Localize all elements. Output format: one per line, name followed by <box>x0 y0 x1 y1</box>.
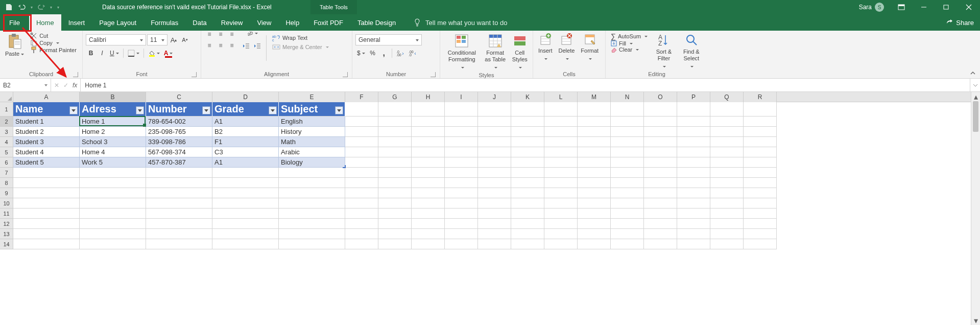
tab-insert[interactable]: Insert <box>61 14 92 31</box>
cell[interactable] <box>412 198 445 208</box>
column-header-A[interactable]: A <box>13 92 80 102</box>
cell[interactable] <box>578 102 611 117</box>
conditional-formatting-button[interactable]: Conditional Formatting <box>443 32 481 72</box>
column-header-E[interactable]: E <box>279 92 345 102</box>
cell[interactable] <box>478 208 511 219</box>
cell[interactable] <box>611 198 644 208</box>
scroll-thumb[interactable] <box>973 101 978 132</box>
number-launcher-icon[interactable] <box>431 72 436 77</box>
cell[interactable] <box>677 127 710 137</box>
cell[interactable] <box>710 127 744 137</box>
cell[interactable] <box>578 157 611 168</box>
cell[interactable] <box>412 178 445 188</box>
cell[interactable] <box>744 188 777 198</box>
cell[interactable] <box>212 168 279 178</box>
row-header[interactable]: 3 <box>0 127 13 137</box>
font-size-combo[interactable]: 11 <box>147 34 168 45</box>
tab-formulas[interactable]: Formulas <box>144 14 185 31</box>
cell[interactable] <box>744 178 777 188</box>
cell[interactable] <box>644 208 677 219</box>
cell[interactable] <box>744 239 777 249</box>
cell[interactable]: F1 <box>212 137 279 147</box>
cell[interactable] <box>511 239 544 249</box>
cell[interactable]: C3 <box>212 147 279 157</box>
row-header[interactable]: 4 <box>0 137 13 147</box>
format-as-table-button[interactable]: Format as Table <box>482 32 509 72</box>
cell[interactable]: Student 3 <box>13 137 80 147</box>
cell[interactable] <box>378 137 412 147</box>
fill-button[interactable]: Fill <box>609 40 650 47</box>
insert-cells-button[interactable]: Insert <box>536 32 555 63</box>
column-header-D[interactable]: D <box>212 92 279 102</box>
cell[interactable] <box>445 117 478 127</box>
cell[interactable] <box>578 137 611 147</box>
column-header-B[interactable]: B <box>80 92 146 102</box>
clipboard-launcher-icon[interactable] <box>73 72 78 77</box>
filter-dropdown-icon[interactable] <box>69 106 78 114</box>
cell[interactable] <box>378 168 412 178</box>
cell[interactable] <box>478 178 511 188</box>
cell[interactable] <box>478 157 511 168</box>
cell[interactable] <box>378 127 412 137</box>
delete-cells-button[interactable]: Delete <box>557 32 577 63</box>
cell[interactable] <box>80 188 146 198</box>
cell[interactable] <box>544 127 578 137</box>
cell[interactable] <box>445 239 478 249</box>
cell[interactable] <box>378 239 412 249</box>
cell[interactable] <box>744 137 777 147</box>
cell[interactable] <box>80 208 146 219</box>
enter-formula-icon[interactable]: ✓ <box>63 82 68 89</box>
cell[interactable]: History <box>279 127 345 137</box>
column-header-G[interactable]: G <box>378 92 412 102</box>
tab-foxit-pdf[interactable]: Foxit PDF <box>306 14 350 31</box>
column-header-C[interactable]: C <box>146 92 212 102</box>
cell[interactable] <box>412 157 445 168</box>
cell[interactable] <box>544 229 578 239</box>
cell[interactable] <box>146 168 212 178</box>
cell[interactable] <box>511 137 544 147</box>
find-select-button[interactable]: Find & Select <box>678 32 705 71</box>
cell[interactable] <box>511 198 544 208</box>
cell[interactable] <box>378 147 412 157</box>
row-header[interactable]: 1 <box>0 102 13 117</box>
cell[interactable] <box>677 147 710 157</box>
cell[interactable] <box>677 198 710 208</box>
cell[interactable] <box>146 198 212 208</box>
cell[interactable] <box>710 102 744 117</box>
row-header[interactable]: 2 <box>0 117 13 127</box>
cell[interactable] <box>578 168 611 178</box>
cell[interactable] <box>412 147 445 157</box>
cell[interactable] <box>611 178 644 188</box>
cell[interactable] <box>544 157 578 168</box>
cell[interactable] <box>644 157 677 168</box>
merge-center-button[interactable]: Merge & Center <box>270 43 331 51</box>
cell[interactable] <box>279 168 345 178</box>
cell[interactable] <box>445 178 478 188</box>
cell[interactable] <box>710 178 744 188</box>
cell[interactable] <box>80 239 146 249</box>
column-header-R[interactable]: R <box>744 92 777 102</box>
cell[interactable] <box>412 219 445 229</box>
cell[interactable] <box>412 117 445 127</box>
paste-button[interactable]: Paste <box>3 32 26 58</box>
borders-button[interactable] <box>126 48 141 58</box>
cell[interactable] <box>644 229 677 239</box>
cell[interactable]: Student 1 <box>13 117 80 127</box>
cell[interactable] <box>677 229 710 239</box>
cell[interactable] <box>345 147 378 157</box>
share-button[interactable]: Share <box>946 14 974 31</box>
cell[interactable] <box>677 157 710 168</box>
cell[interactable] <box>677 239 710 249</box>
cell[interactable] <box>611 239 644 249</box>
cell[interactable] <box>611 208 644 219</box>
cell[interactable] <box>445 229 478 239</box>
cell[interactable] <box>744 208 777 219</box>
cell[interactable] <box>378 229 412 239</box>
cell[interactable]: 457-870-387 <box>146 157 212 168</box>
accounting-format-button[interactable]: $ <box>355 48 367 58</box>
cell[interactable]: A1 <box>212 157 279 168</box>
cell[interactable] <box>611 229 644 239</box>
column-header-Q[interactable]: Q <box>710 92 744 102</box>
cell[interactable] <box>644 198 677 208</box>
cell[interactable] <box>80 219 146 229</box>
